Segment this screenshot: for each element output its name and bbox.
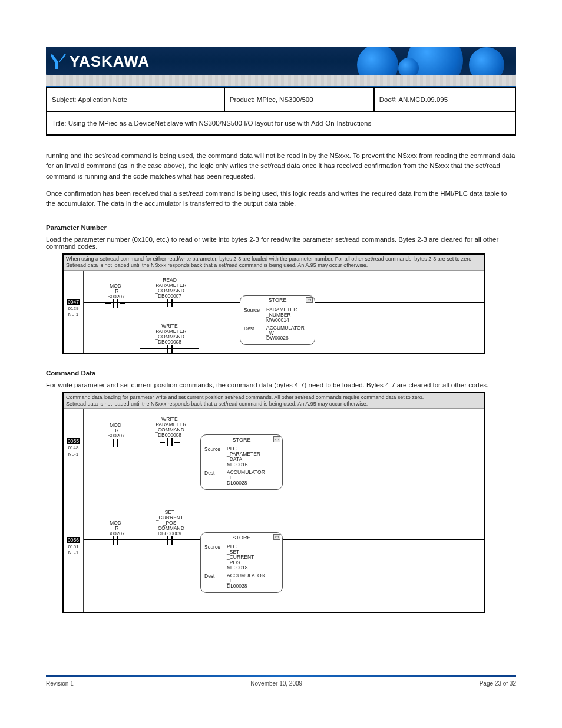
fig2-step2: 0056 (67, 537, 80, 543)
banner-accent-blobs (310, 47, 516, 75)
footer-right: Page 23 of 32 (480, 680, 516, 687)
fig1-line: 0129 (64, 306, 83, 311)
fig2-comment-l2: Set/read data is not loaded until the NS… (66, 401, 482, 407)
fig2-comment-l1: Command data loading for parameter write… (66, 394, 482, 401)
brand-banner: YASKAWA (46, 47, 516, 75)
ladder-figure-2: Command data loading for parameter write… (62, 392, 485, 614)
section-command-data: Command Data (46, 370, 516, 377)
fig1-contact-read: READ _PARAMETER _COMMAND DB000007 (148, 278, 191, 307)
fig2-store1: STORE ▭ Source PLC _PARAMETER _DATA ML00… (200, 434, 283, 489)
fig1-gutter: 0047 0129 NL-1 (64, 271, 84, 353)
fig1-contact-mod: MOD _R IB00207 (100, 284, 131, 308)
ladder-figure-1: When using a set/read command for either… (62, 253, 485, 354)
fig1-store-box: STORE ▭ Source PARAMETER _NUMBER MW00014… (240, 295, 315, 345)
footer-center: November 10, 2009 (250, 680, 302, 687)
banner-underline (46, 75, 516, 87)
fig2-step1: 0055 (67, 438, 80, 444)
fig1-comment: When using a set/read command for either… (64, 255, 484, 271)
collapse-icon[interactable]: ▭ (273, 534, 280, 540)
fig1-store-title: STORE (269, 297, 287, 303)
brand-text: YASKAWA (70, 52, 150, 71)
fig2-r1-contact-mod: MOD _R IB00207 (100, 423, 131, 447)
header-product: Product: MPiec, NS300/500 (225, 87, 375, 111)
page-footer: Revision 1 November 10, 2009 Page 23 of … (46, 675, 516, 687)
footer-rule (46, 675, 516, 677)
body-intro: running and the set/read command is bein… (46, 151, 516, 209)
fig2-r2-contact-set: SET _CURRENT _POS _COMMAND DB000009 (148, 510, 191, 545)
fig1-body: MOD _R IB00207 READ _PARAMETER _COMMAND … (84, 271, 484, 353)
fig2-body: MOD _R IB00207 WRITE _PARAMETER _COMMAND… (84, 409, 484, 612)
caption-parameter-number: Load the parameter number (0x100, etc.) … (46, 236, 516, 250)
doc-header-table: Subject: Application Note Product: MPiec… (46, 87, 516, 136)
caption-command-data: For write parameter and set current posi… (46, 381, 516, 388)
collapse-icon[interactable]: ▭ (306, 297, 313, 303)
fig1-contact-write: WRITE _PARAMETER _COMMAND DB000008 (148, 324, 191, 353)
fig2-gutter: 0055 0148 NL-1 0056 0151 NL-1 (64, 409, 84, 612)
brand-logo-icon (51, 52, 66, 70)
fig1-comment-l1: When using a set/read command for either… (66, 256, 482, 262)
fig1-comment-l2: Set/read data is not loaded until the NS… (66, 262, 482, 269)
body-p2: Once confirmation has been received that… (46, 189, 516, 209)
header-docnum: Doc#: AN.MCD.09.095 (375, 87, 515, 111)
fig1-step: 0047 (67, 299, 80, 305)
collapse-icon[interactable]: ▭ (273, 436, 280, 442)
fig2-comment: Command data loading for parameter write… (64, 393, 484, 409)
fig2-r1-contact-write: WRITE _PARAMETER _COMMAND DB000008 (148, 417, 191, 446)
body-p1: running and the set/read command is bein… (46, 151, 516, 182)
header-subject: Subject: Application Note (47, 87, 225, 111)
footer-left: Revision 1 (46, 680, 74, 687)
fig1-nl: NL-1 (64, 312, 83, 317)
fig2-store2: STORE ▭ Source PLC _SET _CURRENT _POS ML… (200, 532, 283, 592)
section-parameter-number: Parameter Number (46, 224, 516, 231)
header-title: Title: Using the MPiec as a DeviceNet sl… (47, 111, 515, 134)
fig2-r2-contact-mod: MOD _R IB00207 (100, 521, 131, 545)
